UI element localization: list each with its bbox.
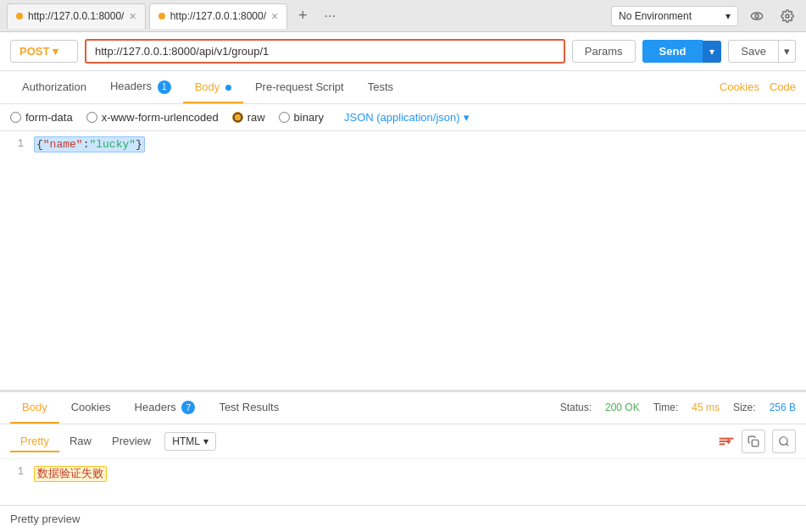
environment-area: No Environment ▾ [611,4,799,28]
browser-tab-2[interactable]: http://127.0.0.1:8000/ × [149,3,288,29]
svg-point-7 [780,437,787,445]
raw-option[interactable]: raw [232,111,265,124]
pretty-preview-label: Pretty preview [0,505,806,532]
url-bar: POST ▾ Params Send ▾ Save ▾ [0,32,806,71]
tab2-label: http://127.0.0.1:8000/ [170,10,266,22]
response-icons [718,429,796,453]
body-dot [225,85,231,91]
time-value: 45 ms [692,402,720,413]
svg-line-8 [787,444,789,446]
tab2-close[interactable]: × [271,9,278,23]
save-group: Save ▾ [728,40,796,63]
tab1-dot [16,13,23,19]
response-status: Status: 200 OK Time: 45 ms Size: 256 B [560,402,796,413]
svg-point-1 [755,14,759,18]
method-select[interactable]: POST ▾ [10,40,78,63]
code-link[interactable]: Code [770,80,796,93]
env-label: No Environment [619,10,692,22]
html-format-select[interactable]: HTML ▾ [164,432,216,451]
svg-rect-6 [752,440,759,446]
response-panel: Body Cookies Headers 7 Test Results Stat… [0,392,806,533]
tab-headers[interactable]: Headers 1 [98,71,183,104]
req-tab-links: Cookies Code [720,80,796,93]
env-dropdown-arrow: ▾ [725,10,731,22]
send-button[interactable]: Send [642,40,703,63]
request-panel: form-data x-www-form-urlencoded raw bina… [0,104,806,392]
resp-selected-text: 数据验证失败 [34,466,107,482]
tab-pre-request[interactable]: Pre-request Script [243,72,356,103]
resp-line-1: 1 数据验证失败 [0,466,806,485]
request-tabs: Authorization Headers 1 Body Pre-request… [0,71,806,104]
tab-tests[interactable]: Tests [356,72,405,103]
tab-more-button[interactable]: ··· [318,4,342,28]
tab2-dot [158,13,165,19]
response-code-area[interactable]: 1 数据验证失败 [0,459,806,505]
resp-preview-button[interactable]: Preview [102,431,161,452]
settings-icon-button[interactable] [775,4,799,28]
line-num-1: 1 [0,138,34,150]
search-icon-button[interactable] [772,429,796,453]
headers-badge: 1 [158,80,171,94]
new-tab-button[interactable]: + [291,4,314,28]
code-content-1: {"name":"lucky"} [34,138,806,151]
time-label: Time: [653,402,679,413]
svg-point-2 [786,14,789,18]
cookies-link[interactable]: Cookies [720,80,759,93]
svg-point-0 [751,13,762,19]
method-arrow: ▾ [53,45,58,58]
resp-tab-body[interactable]: Body [10,392,59,424]
form-data-option[interactable]: form-data [10,111,73,124]
tab-authorization[interactable]: Authorization [10,72,98,103]
code-selected-text: {"name":"lucky"} [34,136,145,152]
resp-raw-button[interactable]: Raw [59,431,102,452]
browser-tab-1[interactable]: http://127.0.0.1:8000/ × [7,3,146,29]
save-dropdown-button[interactable]: ▾ [779,40,796,63]
main-container: POST ▾ Params Send ▾ Save ▾ Authorizatio… [0,32,806,532]
url-input[interactable] [85,39,565,64]
code-line-1: 1 {"name":"lucky"} [0,138,806,157]
browser-tabs-bar: http://127.0.0.1:8000/ × http://127.0.0.… [0,0,806,32]
copy-icon-button[interactable] [742,429,765,453]
urlencoded-option[interactable]: x-www-form-urlencoded [86,111,219,124]
code-editor[interactable]: 1 {"name":"lucky"} [0,131,806,391]
environment-select[interactable]: No Environment ▾ [611,6,738,26]
method-label: POST [19,45,49,58]
resp-tab-test-results[interactable]: Test Results [207,392,291,424]
eye-icon-button[interactable] [745,4,769,28]
json-format-select[interactable]: JSON (application/json) ▾ [344,111,470,124]
send-group: Send ▾ [642,40,722,63]
tab-body[interactable]: Body [183,72,243,103]
status-label: Status: [560,402,592,413]
resp-pretty-button[interactable]: Pretty [10,431,59,452]
resp-tab-cookies[interactable]: Cookies [59,392,123,424]
binary-option[interactable]: binary [279,111,324,124]
resp-line-num-1: 1 [0,466,34,478]
params-button[interactable]: Params [572,40,636,63]
status-value: 200 OK [605,402,640,413]
response-tabs-bar: Body Cookies Headers 7 Test Results Stat… [0,392,806,425]
resp-content-1: 数据验证失败 [34,466,806,481]
size-label: Size: [733,402,756,413]
send-dropdown-button[interactable]: ▾ [703,41,721,63]
wrap-icon-button[interactable] [718,429,735,453]
response-body-options: Pretty Raw Preview HTML ▾ [0,424,806,459]
save-button[interactable]: Save [728,40,779,63]
tab1-close[interactable]: × [129,9,136,23]
resp-tab-headers[interactable]: Headers 7 [123,392,208,425]
size-value: 256 B [770,402,796,413]
body-options: form-data x-www-form-urlencoded raw bina… [0,104,806,131]
tab1-label: http://127.0.0.1:8000/ [28,10,124,22]
resp-headers-badge: 7 [181,401,195,414]
